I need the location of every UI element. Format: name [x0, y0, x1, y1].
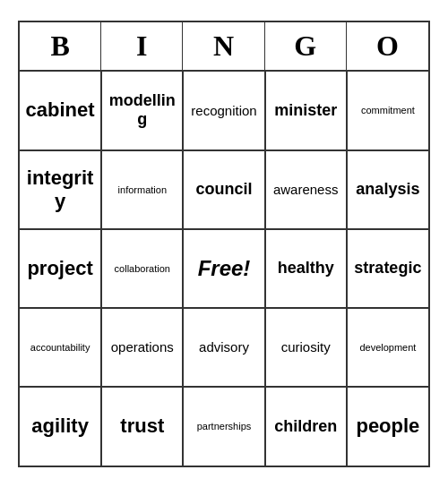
cell-text: project	[27, 257, 92, 280]
cell-text: children	[274, 417, 337, 436]
bingo-cell: modelling	[101, 72, 183, 150]
bingo-cell: awareness	[265, 150, 347, 229]
bingo-cell: minister	[265, 72, 347, 150]
cell-text: partnerships	[197, 421, 252, 431]
cell-text: trust	[120, 414, 164, 438]
bingo-cell: integrity	[20, 150, 101, 229]
bingo-cell: council	[183, 150, 264, 229]
cell-text: integrity	[23, 167, 97, 213]
cell-text: awareness	[273, 182, 339, 197]
cell-text: commitment	[361, 105, 415, 115]
cell-text: cabinet	[26, 98, 95, 122]
bingo-cell: curiosity	[265, 308, 347, 387]
bingo-cell: strategic	[347, 229, 428, 308]
cell-text: healthy	[278, 259, 334, 278]
bingo-cell: project	[20, 229, 101, 308]
header-letter: N	[183, 22, 264, 70]
cell-text: analysis	[356, 180, 419, 199]
bingo-cell: partnerships	[183, 387, 264, 466]
bingo-cell: advisory	[183, 308, 264, 387]
bingo-cell: children	[265, 387, 347, 466]
bingo-cell: operations	[101, 308, 183, 387]
cell-text: strategic	[354, 259, 421, 278]
header-letter: G	[265, 22, 347, 70]
bingo-cell: agility	[20, 387, 101, 466]
bingo-cell: analysis	[347, 150, 428, 229]
cell-text: agility	[31, 414, 89, 438]
bingo-cell: accountability	[20, 308, 101, 387]
bingo-cell: recognition	[183, 72, 264, 150]
header-letter: O	[347, 22, 428, 70]
bingo-cell: collaboration	[101, 229, 183, 308]
cell-text: collaboration	[115, 263, 170, 274]
bingo-cell: people	[347, 387, 428, 466]
bingo-grid: cabinetmodellingrecognitionministercommi…	[20, 72, 428, 466]
bingo-cell: cabinet	[20, 72, 101, 150]
bingo-cell: Free!	[183, 229, 264, 308]
cell-text: development	[359, 342, 416, 353]
cell-text: advisory	[199, 339, 249, 355]
cell-text: modelling	[106, 91, 178, 129]
cell-text: recognition	[191, 103, 256, 118]
cell-text: minister	[274, 101, 337, 120]
bingo-cell: development	[347, 308, 428, 387]
bingo-cell: healthy	[265, 229, 347, 308]
bingo-cell: information	[101, 150, 183, 229]
header-letter: B	[20, 22, 101, 70]
bingo-card: BINGO cabinetmodellingrecognitionministe…	[18, 21, 430, 467]
cell-text: accountability	[30, 342, 90, 353]
cell-text: operations	[111, 339, 174, 355]
cell-text: people	[356, 414, 419, 438]
cell-text: information	[118, 184, 167, 195]
bingo-cell: commitment	[347, 72, 428, 150]
cell-text: council	[195, 180, 252, 199]
bingo-header: BINGO	[20, 22, 428, 72]
cell-text: curiosity	[281, 339, 331, 355]
cell-text: Free!	[198, 256, 251, 281]
header-letter: I	[101, 22, 183, 70]
bingo-cell: trust	[101, 387, 183, 466]
